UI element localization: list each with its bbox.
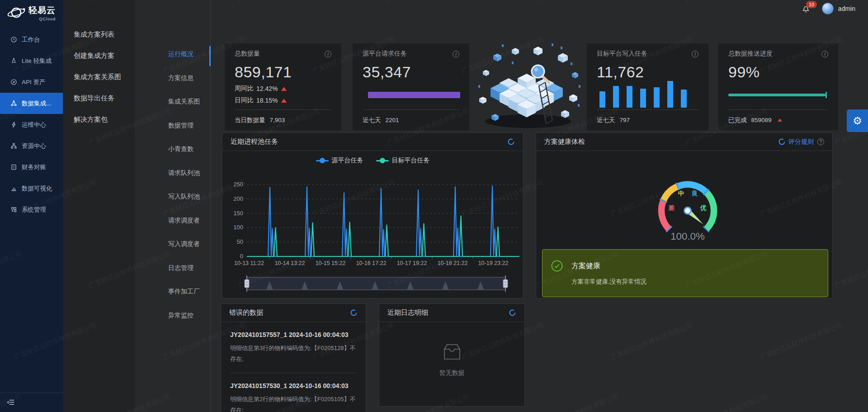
card-target-writes: 目标平台写入任务 11,762 近七天797: [587, 43, 708, 130]
card-value: 99%: [728, 63, 828, 81]
sidebar-item-ops-center[interactable]: 运维中心: [0, 114, 63, 135]
settings-gear-button[interactable]: [847, 109, 868, 132]
error-entry-title: JY202410157530_1 2024-10-16 00:04:03: [230, 382, 357, 389]
recent-logs-panel: 近期日志明细 暂无数据: [379, 303, 525, 407]
error-entry-message: 明细信息第2行的物料编码值为:【F0205105】不存在;: [230, 394, 357, 412]
submenu-integration-graph[interactable]: 集成关系图: [135, 90, 210, 114]
sidebar-item-data-integration[interactable]: 数据集成...: [0, 93, 63, 114]
submenu-exception-monitor[interactable]: 异常监控: [135, 303, 210, 327]
error-entry[interactable]: JY202410157530_1 2024-10-16 00:04:03 明细信…: [221, 382, 366, 412]
info-icon[interactable]: [453, 51, 459, 57]
sidebar-item-resource-center[interactable]: 资源中心: [0, 135, 63, 156]
info-icon[interactable]: [325, 51, 331, 57]
refresh-icon[interactable]: [778, 138, 786, 146]
svg-text:200: 200: [233, 195, 243, 202]
info-icon[interactable]: [692, 51, 698, 57]
submenu-data-management[interactable]: 数据管理: [135, 114, 210, 137]
refresh-icon[interactable]: [507, 138, 515, 146]
sidebar-item-label: 资源中心: [22, 142, 46, 150]
svg-text:0: 0: [240, 253, 243, 260]
clock-icon: [10, 36, 17, 43]
sidebar-item-label: 财务对账: [22, 163, 46, 171]
card-label: 总数据推送进度: [728, 50, 773, 58]
progress-track: [728, 94, 826, 96]
submenu-event-factory[interactable]: 事件加工厂: [135, 279, 210, 303]
sidebar-footer: [0, 393, 63, 412]
line-chart[interactable]: 05010015020025010-13 11:2210-14 13:2210-…: [222, 154, 523, 299]
sidebar-item-system[interactable]: 系统管理: [0, 199, 63, 220]
submenu-xiaoqing-query[interactable]: 小青查数: [135, 137, 210, 161]
error-entry[interactable]: JY202410157557_1 2024-10-16 00:04:03 明细信…: [221, 331, 366, 373]
up-arrow-icon: [778, 118, 782, 122]
sidebar-item-label: 系统管理: [22, 206, 46, 214]
health-status-title: 方案健康: [571, 261, 600, 271]
cubes-illustration: [470, 35, 585, 130]
empty-state: 暂无数据: [379, 343, 524, 377]
app-title: 轻易云: [28, 5, 56, 16]
submenu-overview[interactable]: 运行概况: [135, 42, 210, 66]
error-entry-message: 明细信息第3行的物料编码值为:【F0205128】不存在;: [230, 343, 357, 365]
menu-item-data-export[interactable]: 数据导出任务: [63, 87, 135, 109]
refresh-icon[interactable]: [509, 309, 516, 317]
sidebar-item-api-assets[interactable]: API 资产: [0, 71, 63, 93]
bar-chart-icon: [10, 185, 17, 192]
submenu-log-management[interactable]: 日志管理: [135, 256, 210, 280]
sidebar-item-lite[interactable]: Lite 轻集成: [0, 50, 63, 71]
svg-text:100: 100: [233, 224, 243, 231]
up-arrow-icon: [281, 87, 287, 91]
org-icon: [10, 142, 17, 149]
submenu-write-queue[interactable]: 写入队列池: [135, 185, 210, 208]
menu-item-solution-pack[interactable]: 解决方案包: [63, 109, 135, 130]
sidebar-item-label: API 资产: [22, 78, 46, 86]
sidebar-item-workbench[interactable]: 工作台: [0, 29, 63, 50]
submenu-request-queue[interactable]: 请求队列池: [135, 161, 210, 185]
menu-item-solution-list[interactable]: 集成方案列表: [63, 24, 135, 45]
svg-text:150: 150: [233, 210, 243, 217]
submenu-solution-info[interactable]: 方案信息: [135, 66, 210, 90]
card-label: 总数据量: [235, 50, 260, 58]
mini-bar-chart: [599, 81, 687, 108]
gauge-segment-poor: [661, 201, 669, 229]
menu-item-solution-graph[interactable]: 集成方案关系图: [63, 66, 135, 87]
collapse-sidebar-icon[interactable]: [7, 398, 15, 408]
refresh-icon[interactable]: [350, 309, 358, 317]
up-arrow-icon: [281, 99, 287, 103]
svg-text:10-18 21:22: 10-18 21:22: [438, 260, 468, 266]
sidebar-item-data-visualization[interactable]: 数据可视化: [0, 178, 63, 199]
avatar[interactable]: [822, 3, 834, 14]
health-check-panel: 方案健康体检 评分规则 差 中 良 优 100.0%: [536, 133, 833, 298]
gauge-label-good: 良: [692, 190, 698, 197]
card-value: 35,347: [363, 63, 459, 81]
scoring-rules-link[interactable]: 评分规则: [788, 138, 814, 146]
card-footer: 已完成859089: [728, 110, 828, 130]
grid-icon: [10, 206, 17, 213]
empty-inbox-icon: [441, 343, 463, 362]
card-push-progress: 总数据推送进度 99% 已完成859089: [718, 43, 838, 130]
help-icon[interactable]: [817, 138, 824, 145]
logo[interactable]: 轻易云 QCloud: [6, 4, 56, 22]
submenu-request-scheduler[interactable]: 请求调度者: [135, 208, 210, 232]
svg-text:50: 50: [237, 238, 243, 245]
username[interactable]: admin: [838, 5, 855, 12]
menu-item-create-solution[interactable]: 创建集成方案: [63, 45, 135, 66]
svg-text:250: 250: [233, 181, 243, 188]
submenu-write-scheduler[interactable]: 写入调度者: [135, 232, 210, 256]
health-status-alert: 方案健康 方案非常健康,没有异常情况: [542, 249, 828, 297]
gauge-segment-excellent: [706, 192, 714, 229]
info-icon[interactable]: [821, 51, 828, 57]
sidebar-item-label: 工作台: [22, 36, 40, 44]
panel-title: 方案健康体检: [544, 137, 778, 146]
card-value: 11,762: [597, 63, 698, 81]
sidebar-nav: 工作台 Lite 轻集成 API 资产 数据集成... 运维中心 资源中心: [0, 29, 63, 220]
trend-day: 日同比18.15%: [235, 96, 331, 104]
error-entry-title: JY202410157557_1 2024-10-16 00:04:03: [230, 331, 357, 338]
card-footer: 近七天797: [597, 110, 698, 130]
card-total-data: 总数据量 859,171 周同比12.42% 日同比18.15% 当日数据量7,…: [225, 43, 341, 130]
progress-cap: [826, 92, 827, 98]
sidebar: 轻易云 QCloud 工作台 Lite 轻集成 API 资产 数据集成...: [0, 0, 63, 412]
sidebar-item-finance[interactable]: 财务对账: [0, 156, 63, 178]
svg-text:10-19 23:22: 10-19 23:22: [478, 260, 509, 266]
card-value: 859,171: [235, 63, 331, 81]
notification-bell[interactable]: 10: [802, 5, 810, 15]
solution-submenu: 运行概况 方案信息 集成关系图 数据管理 小青查数 请求队列池 写入队列池 请求…: [135, 0, 211, 412]
